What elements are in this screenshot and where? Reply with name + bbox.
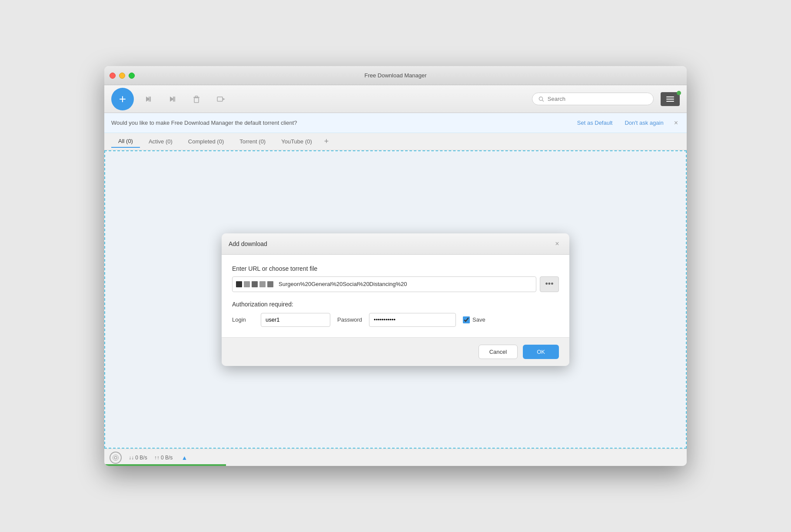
search-input[interactable] [548,96,647,102]
svg-rect-1 [149,96,150,102]
close-icon: × [555,240,559,248]
ok-button[interactable]: OK [523,345,559,359]
maximize-button[interactable] [129,73,135,79]
status-bar: ↓ ↓ 0 B/s ↑ ↑ 0 B/s ▲ [104,449,687,466]
main-content-area: Add download × Enter URL or choose torre… [104,150,687,449]
banner-close-button[interactable]: × [672,117,680,129]
add-tab-button[interactable]: + [321,135,332,148]
tab-active[interactable]: Active (0) [142,136,179,147]
svg-point-12 [114,456,117,459]
toolbar: + [104,85,687,113]
ellipsis-icon: ••• [545,279,554,289]
dont-ask-button[interactable]: Don't ask again [621,118,667,128]
url-row: ••• [232,276,559,292]
upload-speed: ↑ ↑ 0 B/s [154,455,173,461]
expand-button[interactable]: ▲ [179,452,189,463]
plus-icon: + [119,92,126,106]
svg-rect-6 [194,98,199,103]
trash-icon [192,95,201,103]
tab-youtube[interactable]: YouTube (0) [274,136,319,147]
login-label: Login [232,316,254,323]
traffic-lights [110,73,135,79]
tab-bar: All (0) Active (0) Completed (0) Torrent… [104,133,687,150]
favicon-block-4 [259,281,266,287]
svg-rect-8 [195,96,198,97]
move-button[interactable] [210,89,231,110]
url-input-wrapper [232,276,536,292]
minimize-button[interactable] [119,73,125,79]
cancel-button[interactable]: Cancel [479,345,518,359]
banner-message: Would you like to make Free Download Man… [111,120,568,126]
add-download-button[interactable]: + [111,88,134,110]
settings-icon [110,452,122,464]
favicon-block-1 [236,281,242,287]
favicon-block-5 [267,281,273,287]
password-input[interactable] [369,313,456,327]
pause-icon [168,95,176,103]
hamburger-icon [666,96,674,102]
plus-icon: + [324,137,329,146]
favicon-block-2 [244,281,250,287]
search-icon [538,96,544,102]
move-icon [216,95,225,103]
main-window: Free Download Manager + [104,66,687,466]
tab-completed[interactable]: Completed (0) [181,136,231,147]
play-icon [144,95,152,103]
svg-rect-4 [173,96,174,102]
window-title: Free Download Manager [364,72,426,79]
svg-rect-2 [150,96,151,102]
save-label: Save [472,316,485,323]
dialog-body: Enter URL or choose torrent file [222,255,569,337]
search-bar [532,93,654,105]
close-icon: × [674,119,678,126]
svg-point-10 [539,96,542,100]
url-input[interactable] [277,281,536,287]
default-client-banner: Would you like to make Free Download Man… [104,113,687,133]
download-speed: ↓ ↓ 0 B/s [129,455,147,461]
browse-button[interactable]: ••• [540,276,559,292]
tab-torrent[interactable]: Torrent (0) [233,136,273,147]
url-favicon-icons [233,281,277,287]
tab-all[interactable]: All (0) [111,135,140,148]
favicon-block-3 [252,281,258,287]
progress-indicator [104,464,226,466]
auth-row: Login Password Save [232,313,559,327]
password-label: Password [337,316,362,323]
save-checkbox[interactable] [463,316,470,323]
menu-button[interactable] [661,92,680,106]
svg-rect-9 [217,97,223,101]
svg-point-13 [113,455,119,460]
chevron-up-icon: ▲ [181,454,187,461]
svg-rect-5 [174,96,175,102]
dialog-title-bar: Add download × [222,233,569,255]
set-default-button[interactable]: Set as Default [574,118,616,128]
status-indicator [677,91,681,95]
dialog-close-button[interactable]: × [552,239,562,249]
login-input[interactable] [261,313,330,327]
save-row: Save [463,316,485,323]
modal-overlay: Add download × Enter URL or choose torre… [105,151,686,448]
auth-section-label: Authorization required: [232,301,559,308]
pause-button[interactable] [162,89,183,110]
url-section-label: Enter URL or choose torrent file [232,265,559,272]
dialog-footer: Cancel OK [222,337,569,366]
delete-button[interactable] [186,89,207,110]
svg-line-11 [542,100,544,101]
resume-button[interactable] [137,89,158,110]
dialog-title: Add download [229,240,267,247]
close-button[interactable] [110,73,116,79]
add-download-dialog: Add download × Enter URL or choose torre… [222,233,569,366]
title-bar: Free Download Manager [104,66,687,85]
